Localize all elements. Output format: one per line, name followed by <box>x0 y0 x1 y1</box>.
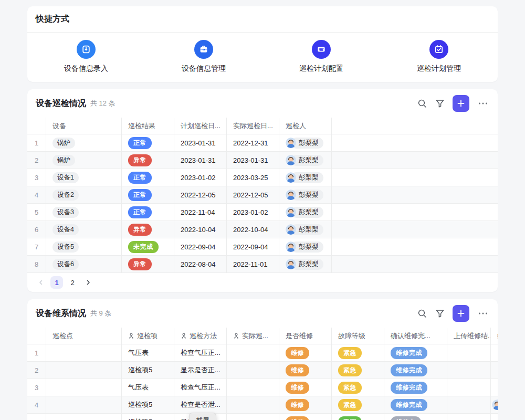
extra-cell[interactable] <box>491 344 498 362</box>
repair-cell[interactable]: 维修 <box>279 362 332 379</box>
col-device[interactable]: 设备 <box>46 118 122 134</box>
empty-cell[interactable] <box>332 256 498 273</box>
actual-cell[interactable] <box>227 344 279 362</box>
result-cell[interactable]: 正常 <box>122 134 174 152</box>
level-cell[interactable]: 重要 <box>332 414 384 420</box>
inspector-cell[interactable]: 彭梨梨 <box>279 221 332 238</box>
level-cell[interactable]: 紧急 <box>332 362 384 379</box>
device-cell[interactable]: 设备4 <box>46 221 122 238</box>
point-cell[interactable] <box>46 414 122 420</box>
repair-cell[interactable]: 维修 <box>279 344 332 362</box>
extra-cell[interactable] <box>491 396 498 414</box>
upload-cell[interactable] <box>447 414 491 420</box>
level-cell[interactable]: 紧急 <box>332 344 384 362</box>
point-cell[interactable] <box>46 344 122 362</box>
actual-cell[interactable] <box>227 362 279 379</box>
inspector-cell[interactable]: 彭梨梨 <box>279 256 332 273</box>
col-actual[interactable]: 实际巡... <box>227 328 279 344</box>
more-icon[interactable] <box>477 98 489 109</box>
upload-cell[interactable] <box>447 396 491 414</box>
level-cell[interactable]: 紧急 <box>332 396 384 414</box>
actual-cell[interactable] <box>227 396 279 414</box>
add-record-button[interactable] <box>453 305 469 322</box>
empty-cell[interactable] <box>332 186 498 204</box>
col-level[interactable]: 故障等级 <box>332 328 384 344</box>
inspector-cell[interactable]: 彭梨梨 <box>279 238 332 256</box>
item-cell[interactable]: 气压表 <box>122 379 174 396</box>
item-cell[interactable]: 巡检项5 <box>122 362 174 379</box>
extra-cell[interactable] <box>491 379 498 396</box>
device-cell[interactable]: 设备2 <box>46 186 122 204</box>
confirm-cell[interactable]: 维修完成 <box>384 379 447 396</box>
planned-date-cell[interactable]: 2022-11-04 <box>174 204 227 221</box>
page-1-button[interactable]: 1 <box>50 276 63 289</box>
planned-date-cell[interactable]: 2022-12-05 <box>174 186 227 204</box>
col-point[interactable]: 巡检点 <box>46 328 122 344</box>
extra-cell[interactable] <box>491 414 498 420</box>
empty-cell[interactable] <box>332 169 498 186</box>
actual-cell[interactable] <box>227 414 279 420</box>
repair-cell[interactable]: 维修 <box>279 414 332 420</box>
planned-date-cell[interactable]: 2023-01-31 <box>174 152 227 169</box>
col-method[interactable]: 巡检方法 <box>174 328 227 344</box>
col-result[interactable]: 巡检结果 <box>122 118 174 134</box>
page-2-button[interactable]: 2 <box>66 276 79 289</box>
col-item[interactable]: 巡检项 <box>122 328 174 344</box>
device-cell[interactable]: 锅炉 <box>46 134 122 152</box>
filter-icon[interactable] <box>435 98 445 109</box>
planned-date-cell[interactable]: 2022-08-04 <box>174 256 227 273</box>
item-cell[interactable]: 气压表 <box>122 344 174 362</box>
shortcut-device-manage[interactable]: 设备信息管理 <box>145 40 262 74</box>
empty-cell[interactable] <box>332 152 498 169</box>
method-cell[interactable]: 显示是否正... <box>174 362 227 379</box>
search-icon[interactable] <box>417 308 427 319</box>
inspector-cell[interactable]: 彭梨梨 <box>279 204 332 221</box>
result-cell[interactable]: 正常 <box>122 186 174 204</box>
shortcut-device-entry[interactable]: 设备信息录入 <box>27 40 145 74</box>
upload-cell[interactable] <box>447 362 491 379</box>
actual-date-cell[interactable]: 2022-10-04 <box>227 221 279 238</box>
device-cell[interactable]: 设备1 <box>46 169 122 186</box>
upload-cell[interactable] <box>447 344 491 362</box>
planned-date-cell[interactable]: 2023-01-02 <box>174 169 227 186</box>
col-repair[interactable]: 是否维修 <box>279 328 332 344</box>
actual-date-cell[interactable]: 2022-11-01 <box>227 256 279 273</box>
planned-date-cell[interactable]: 2023-01-31 <box>174 134 227 152</box>
repair-cell[interactable]: 维修 <box>279 379 332 396</box>
filter-icon[interactable] <box>435 308 445 319</box>
actual-date-cell[interactable]: 2023-03-25 <box>227 169 279 186</box>
method-cell[interactable]: 检查气压正... <box>174 344 227 362</box>
result-cell[interactable]: 异常 <box>122 221 174 238</box>
empty-cell[interactable] <box>332 204 498 221</box>
device-cell[interactable]: 锅炉 <box>46 152 122 169</box>
inspector-cell[interactable]: 彭梨梨 <box>279 186 332 204</box>
device-cell[interactable]: 设备6 <box>46 256 122 273</box>
level-cell[interactable]: 紧急 <box>332 379 384 396</box>
actual-date-cell[interactable]: 2023-01-02 <box>227 204 279 221</box>
add-record-button[interactable] <box>453 95 469 112</box>
search-icon[interactable] <box>417 98 427 109</box>
upload-cell[interactable] <box>447 379 491 396</box>
empty-cell[interactable] <box>332 221 498 238</box>
device-cell[interactable]: 设备5 <box>46 238 122 256</box>
planned-date-cell[interactable]: 2022-10-04 <box>174 221 227 238</box>
method-cell[interactable]: 检查气压正... <box>174 379 227 396</box>
point-cell[interactable] <box>46 396 122 414</box>
empty-cell[interactable] <box>332 134 498 152</box>
col-inspector[interactable]: 巡检人 <box>279 118 332 134</box>
point-cell[interactable] <box>46 379 122 396</box>
empty-cell[interactable] <box>332 238 498 256</box>
result-cell[interactable]: 正常 <box>122 204 174 221</box>
inspector-cell[interactable]: 彭梨梨 <box>279 152 332 169</box>
next-page-icon[interactable] <box>82 276 94 289</box>
shortcut-plan-manage[interactable]: 巡检计划管理 <box>380 40 498 74</box>
method-cell[interactable]: 检查是否泄... <box>174 396 227 414</box>
result-cell[interactable]: 异常 <box>122 152 174 169</box>
confirm-cell[interactable]: 维修完成 <box>384 362 447 379</box>
actual-date-cell[interactable]: 2023-01-31 <box>227 152 279 169</box>
result-cell[interactable]: 未完成 <box>122 238 174 256</box>
inspector-cell[interactable]: 彭梨梨 <box>279 169 332 186</box>
col-upload[interactable]: 上传维修结... <box>447 328 491 344</box>
confirm-cell[interactable]: 维修中 <box>384 414 447 420</box>
actual-date-cell[interactable]: 2022-09-04 <box>227 238 279 256</box>
